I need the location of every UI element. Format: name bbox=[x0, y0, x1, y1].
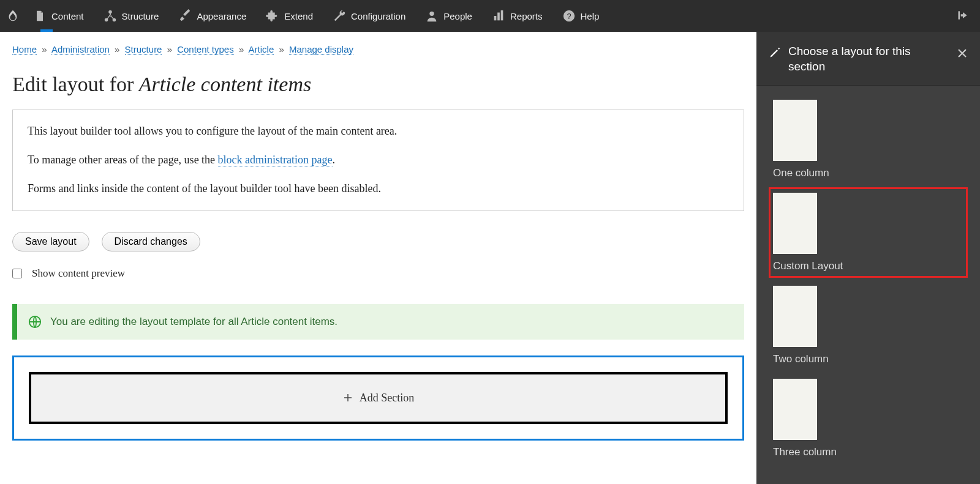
layout-option-label: Two column bbox=[773, 353, 963, 365]
block-admin-link[interactable]: block administration page bbox=[218, 154, 333, 166]
page-title: Edit layout for Article content items bbox=[12, 73, 744, 96]
globe-icon bbox=[28, 315, 42, 329]
breadcrumb-link-content-types[interactable]: Content types bbox=[177, 44, 234, 55]
svg-text:?: ? bbox=[567, 12, 571, 21]
add-section-label: Add Section bbox=[360, 392, 415, 404]
breadcrumb-link-manage-display[interactable]: Manage display bbox=[289, 44, 353, 55]
content-preview-checkbox[interactable] bbox=[12, 269, 22, 278]
wrench-icon bbox=[333, 9, 346, 23]
breadcrumb-sep: » bbox=[279, 44, 284, 54]
content-preview-label: Show content preview bbox=[32, 267, 125, 280]
active-tab-underline bbox=[40, 29, 53, 32]
brush-icon bbox=[178, 9, 192, 23]
breadcrumb-link-administration[interactable]: Administration bbox=[51, 44, 110, 55]
toolbar-label: Appearance bbox=[197, 11, 246, 21]
action-buttons: Save layout Discard changes bbox=[12, 232, 744, 251]
add-section-button[interactable]: Add Section bbox=[29, 372, 728, 424]
toolbar-label: Reports bbox=[510, 11, 543, 21]
toolbar-label: Extend bbox=[284, 11, 313, 21]
main-layout: Home » Administration » Structure » Cont… bbox=[0, 32, 980, 484]
save-layout-button[interactable]: Save layout bbox=[12, 232, 89, 251]
breadcrumb-link-article[interactable]: Article bbox=[249, 44, 274, 55]
intro-p2-after: . bbox=[333, 154, 336, 166]
toolbar-configuration[interactable]: Configuration bbox=[323, 0, 415, 32]
intro-p2: To manage other areas of the page, use t… bbox=[28, 152, 729, 168]
layout-thumb-three bbox=[773, 379, 817, 440]
toolbar-label: Content bbox=[51, 11, 84, 21]
intro-box: This layout builder tool allows you to c… bbox=[12, 110, 744, 211]
close-icon[interactable] bbox=[957, 48, 968, 59]
toolbar-structure[interactable]: Structure bbox=[94, 0, 169, 32]
breadcrumb-sep: » bbox=[42, 44, 47, 54]
layout-option-label: One column bbox=[773, 167, 963, 179]
question-icon: ? bbox=[562, 9, 576, 23]
plus-icon bbox=[342, 392, 353, 403]
bars-icon bbox=[492, 9, 505, 23]
breadcrumb-link-structure[interactable]: Structure bbox=[125, 44, 162, 55]
breadcrumb-link-home[interactable]: Home bbox=[12, 44, 37, 55]
toolbar-reports[interactable]: Reports bbox=[482, 0, 552, 32]
breadcrumb-sep: » bbox=[167, 44, 172, 54]
collapse-sidebar-icon[interactable] bbox=[952, 9, 974, 23]
layout-thumb-two bbox=[773, 286, 817, 347]
page-title-prefix: Edit layout for bbox=[12, 73, 139, 95]
layout-option-custom[interactable]: Custom Layout bbox=[769, 187, 968, 278]
structure-icon bbox=[104, 9, 117, 23]
status-text: You are editing the layout template for … bbox=[50, 316, 337, 328]
toolbar-extend[interactable]: Extend bbox=[256, 0, 323, 32]
layout-option-label: Custom Layout bbox=[773, 260, 963, 272]
panel-body: One column Custom Layout Two column Thre… bbox=[756, 86, 980, 472]
puzzle-icon bbox=[266, 9, 279, 23]
layout-option-label: Three column bbox=[773, 446, 963, 458]
admin-toolbar: Content Structure Appearance Extend Conf… bbox=[0, 0, 980, 32]
content-area: Home » Administration » Structure » Cont… bbox=[0, 32, 756, 484]
toolbar-label: Help bbox=[581, 11, 600, 21]
breadcrumb-sep: » bbox=[239, 44, 244, 54]
file-icon bbox=[33, 9, 47, 23]
toolbar-content[interactable]: Content bbox=[23, 0, 94, 32]
toolbar-appearance[interactable]: Appearance bbox=[168, 0, 256, 32]
panel-header: Choose a layout for this section bbox=[756, 32, 980, 86]
layout-chooser-panel: Choose a layout for this section One col… bbox=[756, 32, 980, 484]
layout-option-three-column[interactable]: Three column bbox=[769, 373, 968, 464]
layout-thumb-custom bbox=[773, 193, 817, 254]
toolbar-label: Structure bbox=[122, 11, 159, 21]
toolbar-label: Configuration bbox=[351, 11, 405, 21]
status-message: You are editing the layout template for … bbox=[12, 304, 744, 340]
layout-section-wrap: Add Section bbox=[12, 356, 744, 441]
svg-rect-6 bbox=[501, 10, 503, 21]
svg-rect-9 bbox=[959, 11, 960, 19]
page-title-italic: Article content items bbox=[139, 73, 311, 95]
layout-option-two-column[interactable]: Two column bbox=[769, 280, 968, 371]
layout-thumb-one bbox=[773, 100, 817, 161]
svg-rect-4 bbox=[494, 16, 497, 20]
intro-p2-before: To manage other areas of the page, use t… bbox=[28, 154, 218, 166]
panel-title: Choose a layout for this section bbox=[788, 44, 949, 74]
intro-p3: Forms and links inside the content of th… bbox=[28, 181, 729, 196]
breadcrumb: Home » Administration » Structure » Cont… bbox=[12, 44, 744, 54]
svg-rect-5 bbox=[497, 13, 500, 21]
breadcrumb-sep: » bbox=[115, 44, 119, 54]
toolbar-label: People bbox=[443, 11, 472, 21]
toolbar-people[interactable]: People bbox=[415, 0, 482, 32]
layout-option-one-column[interactable]: One column bbox=[769, 94, 968, 185]
discard-changes-button[interactable]: Discard changes bbox=[102, 232, 200, 251]
toolbar-help[interactable]: ? Help bbox=[552, 0, 609, 32]
drupal-home-icon[interactable] bbox=[6, 9, 20, 23]
person-icon bbox=[425, 9, 439, 23]
content-preview-toggle: Show content preview bbox=[12, 267, 744, 280]
pencil-icon bbox=[769, 47, 781, 59]
svg-point-3 bbox=[430, 12, 434, 16]
intro-p1: This layout builder tool allows you to c… bbox=[28, 124, 729, 139]
